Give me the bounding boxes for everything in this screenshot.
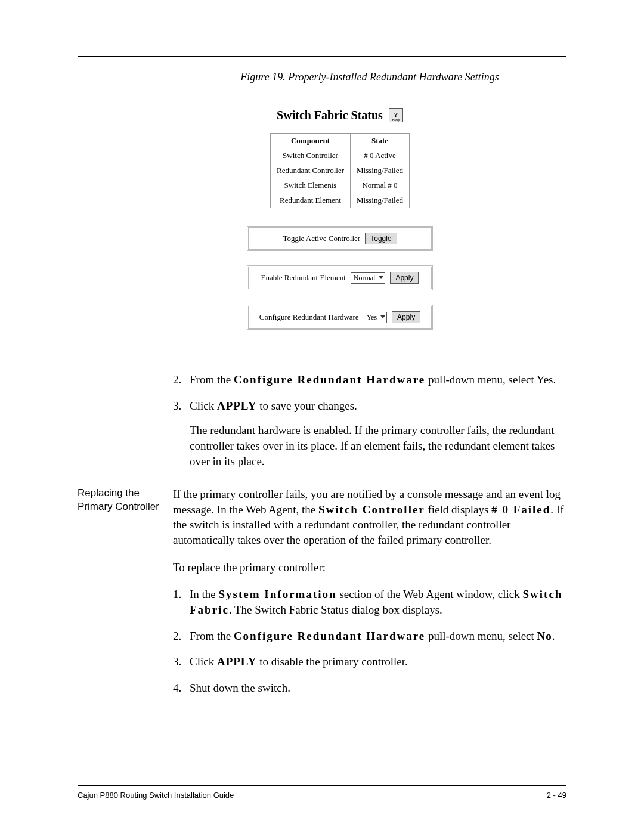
section-paragraph: If the primary controller fails, you are… [173,487,566,548]
step-text: Click APPLY to disable the primary contr… [190,654,566,670]
toggle-row: Toggle Active Controller Toggle [247,226,433,251]
table-row: Redundant Controller Missing/Failed [270,163,409,178]
steps-list-b: 1. In the System Information section of … [173,587,566,695]
top-rule [78,56,566,57]
step-sub-paragraph: The redundant hardware is enabled. If th… [190,423,566,469]
figure-caption: Figure 19. Properly-Installed Redundant … [173,71,566,83]
side-heading: Replacing the Primary Controller [78,487,173,514]
configure-apply-button[interactable]: Apply [392,311,420,323]
step-number: 1. [173,587,190,617]
step-item: 4. Shut down the switch. [173,680,566,696]
step-number: 2. [173,372,190,388]
step-text: Click APPLY to save your changes. The re… [190,398,566,469]
help-icon[interactable] [389,108,403,122]
step-item: 2. From the Configure Redundant Hardware… [173,372,566,388]
step-text: From the Configure Redundant Hardware pu… [190,372,566,388]
cell: Switch Controller [270,148,350,163]
step-number: 3. [173,654,190,670]
cell: Redundant Controller [270,163,350,178]
enable-label: Enable Redundant Element [261,273,346,283]
step-item: 2. From the Configure Redundant Hardware… [173,628,566,644]
step-text: Shut down the switch. [190,680,566,696]
table-row: Redundant Element Missing/Failed [270,193,409,208]
cell: Switch Elements [270,178,350,193]
step-item: 3. Click APPLY to save your changes. The… [173,398,566,469]
step-item: 3. Click APPLY to disable the primary co… [173,654,566,670]
enable-select[interactable]: Normal [351,272,386,284]
configure-select[interactable]: Yes [364,312,387,323]
step-text: In the System Information section of the… [190,587,566,617]
cell: Redundant Element [270,193,350,208]
footer-left: Cajun P880 Routing Switch Installation G… [78,791,234,800]
step-number: 3. [173,398,190,469]
step-number: 2. [173,628,190,644]
configure-label: Configure Redundant Hardware [259,312,359,322]
step-item: 1. In the System Information section of … [173,587,566,617]
table-header-state: State [351,134,410,148]
toggle-label: Toggle Active Controller [283,234,360,243]
section-paragraph: To replace the primary controller: [173,560,566,575]
table-row: Switch Controller # 0 Active [270,148,409,163]
step-number: 4. [173,680,190,696]
switch-fabric-panel: Switch Fabric Status Component State Swi… [236,98,444,348]
footer-right: 2 - 49 [547,791,566,800]
step-text: From the Configure Redundant Hardware pu… [190,628,566,644]
enable-apply-button[interactable]: Apply [390,272,419,284]
status-table: Component State Switch Controller # 0 Ac… [270,133,410,208]
cell: Missing/Failed [351,193,410,208]
steps-list-a: 2. From the Configure Redundant Hardware… [173,372,566,469]
cell: # 0 Active [351,148,410,163]
cell: Missing/Failed [351,163,410,178]
page-footer: Cajun P880 Routing Switch Installation G… [78,785,566,800]
toggle-button[interactable]: Toggle [365,233,397,244]
enable-row: Enable Redundant Element Normal Apply [247,265,433,290]
configure-row: Configure Redundant Hardware Yes Apply [247,305,433,330]
cell: Normal # 0 [351,178,410,193]
table-row: Switch Elements Normal # 0 [270,178,409,193]
table-header-component: Component [270,134,350,148]
panel-title: Switch Fabric Status [277,109,383,122]
